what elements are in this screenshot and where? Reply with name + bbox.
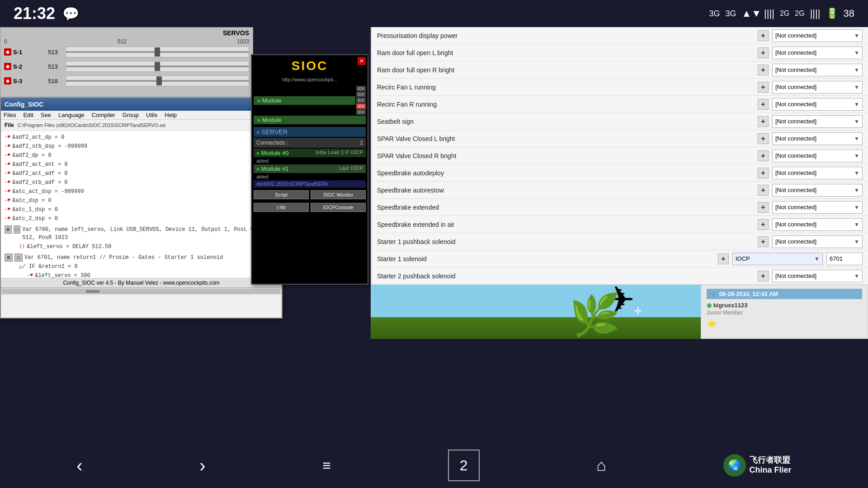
menu-files[interactable]: Files — [4, 112, 16, 118]
iocp-dropdown-9[interactable]: [Not connected] ▼ — [772, 184, 863, 197]
home-button[interactable]: ⌂ — [596, 456, 606, 475]
iocp-dropdown-2[interactable]: [Not connected] ▼ — [772, 64, 863, 76]
forum-header: 📎 08-28-2010, 12:43 AM — [707, 289, 862, 299]
iocp-plus-7[interactable]: + — [758, 150, 769, 161]
forward-button[interactable]: › — [199, 455, 205, 476]
iocp-row-5: Seatbelt sign + [Not connected] ▼ — [372, 113, 868, 130]
servo-scale-mid: 512 — [118, 38, 127, 45]
iocp-arrow-4: ▼ — [854, 101, 859, 108]
bottom-nav: ‹ › ≡ 2 ⌂ 🌏 飞行者联盟 China Flier — [0, 443, 868, 488]
network-3g: 3G — [709, 9, 720, 19]
iocp-plus-11[interactable]: + — [758, 219, 769, 230]
iocp-dropdown-6[interactable]: [Not connected] ▼ — [772, 132, 863, 145]
servo-s2-indicator: ◉ — [4, 63, 11, 70]
iocp-dropdown-14[interactable]: [Not connected] ▼ — [772, 270, 863, 282]
iocp-arrow-12: ▼ — [854, 239, 859, 245]
iocp-plus-2[interactable]: + — [758, 65, 769, 75]
menu-button[interactable]: ≡ — [322, 457, 331, 474]
menu-edit[interactable]: Edit — [23, 112, 33, 118]
sioc-module-label2: » Module — [254, 116, 366, 124]
iocp-plus-3[interactable]: + — [758, 82, 769, 93]
code-left-servo: &left_servo = DELAY 512.50 — [27, 243, 111, 251]
iocp-plus-0[interactable]: + — [758, 30, 769, 41]
back-button[interactable]: ‹ — [76, 455, 82, 476]
sioc-idx5: IDX — [356, 109, 366, 115]
iocp-dropdown-1[interactable]: [Not connected] ▼ — [772, 47, 863, 59]
sioc-connected-label: Connecteds : — [256, 140, 288, 146]
servo-s2-value: 513 — [44, 63, 62, 70]
iocp-dropdown-3[interactable]: [Not connected] ▼ — [772, 81, 863, 94]
iocp-arrow-6: ▼ — [854, 136, 859, 142]
servo-s2-name: S-2 — [13, 63, 22, 70]
iocp-dropdown-12[interactable]: [Not connected] ▼ — [772, 235, 863, 248]
iocp-arrow-1: ▼ — [854, 50, 859, 56]
iocp-arrow-11: ▼ — [854, 221, 859, 228]
sioc-server-path: ds\SIOC.2015\SCRIPTandSERV — [254, 180, 366, 188]
iocp-plus-12[interactable]: + — [758, 236, 769, 247]
iocp-dropdown-val-13: IOCP — [736, 255, 750, 262]
iocp-dropdown-0[interactable]: [Not connected] ▼ — [772, 29, 863, 42]
config-scrollbar[interactable] — [1, 287, 282, 295]
iocp-plus-6[interactable]: + — [758, 133, 769, 144]
iocp-dropdown-7[interactable]: [Not connected] ▼ — [772, 150, 863, 162]
sioc-ini-button[interactable]: t INI — [254, 203, 309, 212]
iocp-plus-13[interactable]: + — [718, 253, 729, 264]
iocp-row-2: Ram door full open R bright + [Not conne… — [372, 61, 868, 79]
sioc-idx3: IDX — [356, 98, 366, 103]
iocp-plus-1[interactable]: + — [758, 47, 769, 58]
menu-language[interactable]: Language — [58, 112, 85, 118]
scrollbar-thumb[interactable] — [86, 290, 99, 293]
iocp-plus-14[interactable]: + — [758, 271, 769, 282]
iocp-dropdown-8[interactable]: [Not connected] ▼ — [772, 167, 863, 179]
logo-text: 飞行者联盟 China Flier — [750, 455, 792, 475]
menu-see[interactable]: See — [41, 112, 51, 118]
scrollbar-track[interactable] — [3, 290, 280, 293]
sioc-iocp-button[interactable]: IOCPConsole — [311, 203, 366, 212]
iocp-row-14: Starter 2 pushback solenoid + [Not conne… — [372, 267, 868, 285]
servo-row-s1: ◉ S-1 513 — [0, 45, 253, 59]
servo-row-s3: ◉ S-3 518 — [0, 74, 253, 88]
iocp-dropdown-13[interactable]: IOCP ▼ — [732, 253, 823, 265]
servo-s2-slider[interactable] — [66, 61, 249, 72]
sioc-module1-label: » Module #1 — [256, 165, 289, 172]
iocp-plus-8[interactable]: + — [758, 168, 769, 178]
menu-compiler[interactable]: Compiler — [92, 112, 115, 118]
sioc-close-button[interactable]: ✕ — [358, 57, 366, 65]
iocp-label-6: SPAR Valve Closed L bright — [377, 135, 758, 142]
servo-s1-slider[interactable] — [66, 47, 249, 57]
iocp-label-1: Ram door full open L bright — [377, 49, 758, 56]
iocp-dropdown-11[interactable]: [Not connected] ▼ — [772, 218, 863, 231]
code-var6700: Var 6700, name left_servo, Link USB_SERV… — [22, 225, 278, 242]
sioc-monitor-button[interactable]: SIOC Monitor — [311, 190, 366, 199]
sioc-idx2: IDX — [356, 92, 366, 97]
iocp-value-13[interactable]: 6701 — [826, 253, 863, 265]
iocp-dropdown-5[interactable]: [Not connected] ▼ — [772, 115, 863, 128]
sioc-title: SIOC — [252, 55, 368, 77]
logo-line2: China Flier — [750, 465, 792, 475]
servo-scale: 0 512 1023 — [0, 38, 253, 45]
iocp-dropdown-10[interactable]: [Not connected] ▼ — [772, 201, 863, 214]
iocp-dropdown-4[interactable]: [Not connected] ▼ — [772, 98, 863, 111]
sioc-iocp-label: IOCP — [351, 150, 363, 156]
sioc-module-section: » Module IDX IDX IDX IDX IDX » Module — [252, 85, 368, 126]
iocp-plus-4[interactable]: + — [758, 99, 769, 110]
iocp-label-7: SPAR Valve Closed R bright — [377, 152, 758, 160]
menu-help[interactable]: Help — [165, 112, 177, 118]
iocp-dropdown-val-5: [Not connected] — [775, 118, 816, 125]
site-logo: 🌏 飞行者联盟 China Flier — [723, 454, 792, 477]
servo-s3-slider[interactable] — [66, 75, 249, 86]
sim-vegetation: 🌿 — [570, 291, 620, 339]
iocp-label-3: Recirc Fan L running — [377, 84, 758, 91]
page-number-box[interactable]: 2 — [448, 450, 480, 481]
forum-user-name: bigruss1123 — [713, 302, 748, 309]
code-left-servo2: &left_servo = 300 — [35, 272, 90, 278]
forum-panel: 📎 08-28-2010, 12:43 AM ◉ bigruss1123 Jun… — [701, 285, 868, 339]
iocp-plus-9[interactable]: + — [758, 185, 769, 196]
sioc-script-button[interactable]: Script — [254, 190, 309, 199]
menu-group[interactable]: Group — [123, 112, 139, 118]
iocp-label-4: Recirc Fan R running — [377, 101, 758, 108]
code-area[interactable]: →▼&adf2_act_dp = 0 →▼&adf2_stb_dsp = -99… — [1, 131, 282, 278]
menu-utils[interactable]: Utils — [146, 112, 157, 118]
iocp-plus-10[interactable]: + — [758, 202, 769, 213]
iocp-plus-5[interactable]: + — [758, 116, 769, 127]
